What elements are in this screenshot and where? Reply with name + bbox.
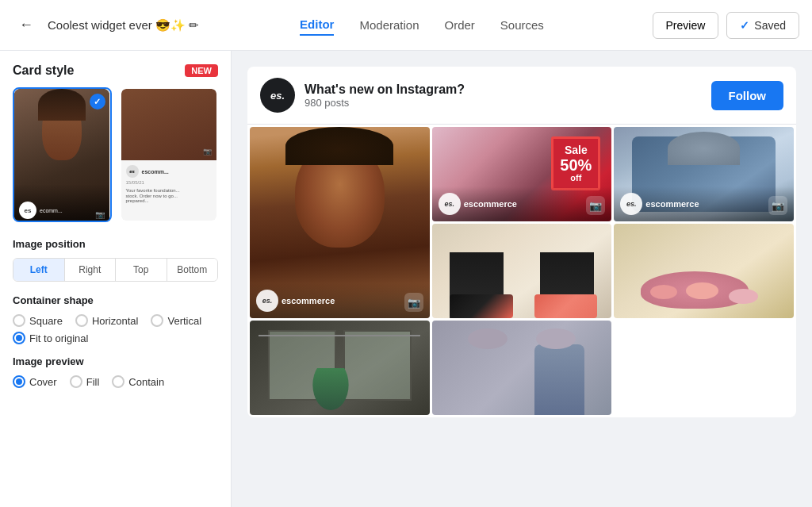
shape-fit[interactable]: Fit to original bbox=[13, 332, 88, 344]
position-right[interactable]: Right bbox=[65, 259, 117, 281]
fashion-insta-icon: 📷 bbox=[768, 196, 787, 215]
portrait-logo: es. bbox=[256, 290, 278, 312]
preview-text-1: ecomm... bbox=[40, 208, 63, 213]
grid-item-sale[interactable]: Sale 50% off es. escommerce 📷 bbox=[432, 127, 612, 221]
shape-horizontal[interactable]: Horizontal bbox=[75, 314, 139, 327]
sale-username: escommerce bbox=[464, 199, 517, 209]
container-shape-options: Square Horizontal Vertical bbox=[13, 314, 218, 327]
radio-square bbox=[13, 314, 25, 327]
saved-label: Saved bbox=[754, 19, 786, 32]
preview-contain[interactable]: Contain bbox=[112, 375, 164, 388]
preview-contain-label: Contain bbox=[128, 376, 164, 388]
radio-fit bbox=[13, 332, 25, 344]
radio-cover bbox=[13, 375, 25, 388]
fashion-overlay: es. escommerce 📷 bbox=[614, 186, 794, 221]
position-top[interactable]: Top bbox=[116, 259, 167, 281]
widget-info: What's new on Instagram? 980 posts bbox=[304, 83, 465, 109]
sale-text-sale: Sale bbox=[560, 144, 592, 157]
tab-sources[interactable]: Sources bbox=[500, 15, 544, 35]
sale-insta-icon: 📷 bbox=[586, 196, 605, 215]
tab-moderation[interactable]: Moderation bbox=[359, 15, 419, 35]
sale-logo: es. bbox=[439, 193, 461, 215]
sale-text-off: off bbox=[560, 173, 592, 183]
check-icon: ✓ bbox=[740, 19, 749, 32]
preview-cover[interactable]: Cover bbox=[13, 375, 57, 388]
saved-button[interactable]: ✓ Saved bbox=[726, 12, 799, 39]
preview-logo-1: es bbox=[19, 202, 36, 219]
shape-vertical[interactable]: Vertical bbox=[151, 314, 201, 327]
position-left[interactable]: Left bbox=[13, 259, 65, 281]
main-layout: Card style NEW es ecomm... bbox=[0, 51, 812, 507]
position-buttons: Left Right Top Bottom bbox=[13, 258, 218, 282]
grid-item-flowers[interactable] bbox=[614, 224, 794, 318]
position-bottom[interactable]: Bottom bbox=[167, 259, 218, 281]
card-style-title: Card style NEW bbox=[13, 63, 218, 78]
widget-subtitle: 980 posts bbox=[304, 97, 465, 109]
image-preview-options: Cover Fill Contain bbox=[13, 375, 218, 388]
widget-title: What's new on Instagram? bbox=[304, 83, 465, 97]
image-position-label: Image position bbox=[13, 238, 218, 250]
image-preview-label: Image preview bbox=[13, 355, 218, 367]
selected-check: ✓ bbox=[90, 94, 105, 109]
portrait-overlay: es. escommerce 📷 bbox=[250, 283, 430, 318]
card-preview-2[interactable]: 📷 es escomm... 15/05/21 Your favorite fo… bbox=[120, 87, 219, 222]
shape-square[interactable]: Square bbox=[13, 314, 63, 327]
container-shape-label: Container shape bbox=[13, 294, 218, 306]
card-preview-1[interactable]: es ecomm... 📷 ✓ bbox=[13, 87, 112, 222]
radio-horizontal bbox=[75, 314, 88, 327]
shape-horizontal-label: Horizontal bbox=[92, 315, 139, 327]
new-badge: NEW bbox=[185, 64, 218, 77]
shape-fit-label: Fit to original bbox=[29, 332, 88, 344]
sale-text-50: 50% bbox=[560, 157, 592, 173]
card-style-label: Card style bbox=[13, 63, 74, 78]
image-grid: es. escommerce 📷 Sale 50% off bbox=[247, 125, 796, 417]
radio-vertical bbox=[151, 314, 163, 327]
topbar-center: Editor Moderation Order Sources bbox=[203, 14, 641, 36]
follow-button[interactable]: Follow bbox=[711, 81, 784, 110]
tab-order[interactable]: Order bbox=[445, 15, 475, 35]
sidebar: Card style NEW es ecomm... bbox=[0, 51, 232, 507]
grid-item-window[interactable] bbox=[250, 321, 430, 415]
card-previews: es ecomm... 📷 ✓ 📷 es bbox=[13, 87, 218, 222]
radio-contain bbox=[112, 375, 124, 388]
shape-square-label: Square bbox=[29, 315, 63, 327]
widget-title-input[interactable] bbox=[48, 18, 198, 32]
portrait-insta-icon: 📷 bbox=[404, 293, 423, 312]
tab-editor[interactable]: Editor bbox=[300, 14, 334, 36]
grid-item-shoes[interactable] bbox=[432, 224, 612, 318]
grid-item-people[interactable] bbox=[432, 321, 612, 415]
container-shape-fit: Fit to original bbox=[13, 332, 218, 344]
preview-button[interactable]: Preview bbox=[653, 12, 719, 39]
shape-vertical-label: Vertical bbox=[167, 315, 201, 327]
fashion-logo: es. bbox=[620, 193, 642, 215]
portrait-username: escommerce bbox=[282, 296, 335, 305]
preview-fill[interactable]: Fill bbox=[70, 375, 100, 388]
content-area: es. What's new on Instagram? 980 posts F… bbox=[232, 51, 812, 507]
widget-logo: es. bbox=[260, 78, 295, 113]
widget-header-left: es. What's new on Instagram? 980 posts bbox=[260, 78, 465, 113]
topbar: ← Editor Moderation Order Sources Previe… bbox=[0, 0, 812, 51]
back-button[interactable]: ← bbox=[13, 13, 40, 36]
topbar-right: Preview ✓ Saved bbox=[641, 12, 799, 39]
widget-header: es. What's new on Instagram? 980 posts F… bbox=[247, 67, 796, 125]
grid-item-fashion[interactable]: es. escommerce 📷 bbox=[614, 127, 794, 221]
topbar-left: ← bbox=[13, 13, 203, 36]
grid-item-portrait[interactable]: es. escommerce 📷 bbox=[250, 127, 430, 318]
sale-overlay: es. escommerce 📷 bbox=[432, 186, 612, 221]
preview-fill-label: Fill bbox=[86, 376, 100, 388]
preview-cover-label: Cover bbox=[29, 376, 57, 388]
radio-fill bbox=[70, 375, 82, 388]
fashion-username: escommerce bbox=[645, 199, 699, 209]
